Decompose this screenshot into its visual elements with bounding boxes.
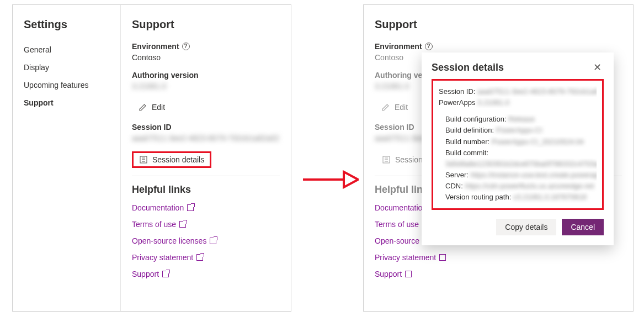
- dialog-title: Session details: [432, 62, 504, 73]
- session-id-section: Session ID aaa07511-3ee2-4823-8079-792cb…: [132, 123, 280, 168]
- link-support[interactable]: Support: [132, 270, 280, 278]
- environment-label: Environment: [375, 42, 422, 51]
- edit-button[interactable]: Edit: [375, 99, 414, 115]
- detail-build-def-label: Build definition:: [445, 126, 494, 134]
- session-details-dialog: Session details ✕ Session ID: aaa07511-3…: [422, 52, 614, 245]
- sidebar-item-display[interactable]: Display: [24, 59, 120, 76]
- detail-build-def-value: PowerApps-CI: [496, 126, 542, 134]
- help-icon[interactable]: ?: [182, 43, 190, 50]
- external-link-icon: [439, 254, 446, 261]
- svg-marker-5: [344, 172, 358, 187]
- session-details-box: Session ID: aaa07511-3ee2-4823-8079-792c…: [432, 79, 604, 210]
- detail-server-value: https://instance-usw.test.create.powerap…: [471, 171, 597, 179]
- edit-button[interactable]: Edit: [132, 99, 172, 115]
- external-link-icon: [405, 271, 412, 277]
- copy-details-button[interactable]: Copy details: [496, 219, 556, 235]
- session-details-button[interactable]: Session details: [132, 151, 211, 168]
- close-icon[interactable]: ✕: [591, 61, 604, 73]
- detail-build-commit-label: Build commit:: [445, 149, 488, 157]
- detail-build-num-label: Build number:: [445, 138, 489, 146]
- helpful-links-title: Helpful links: [132, 184, 280, 196]
- detail-session-id-label: Session ID:: [439, 87, 475, 96]
- external-link-icon: [187, 204, 194, 211]
- support-content: Support Environment ? Contoso Authoring …: [121, 5, 291, 311]
- sidebar-item-support[interactable]: Support: [24, 94, 120, 112]
- environment-label: Environment: [132, 42, 179, 51]
- session-id-value: aaa07511-3ee2-4823-8079-792cb1a82a02: [132, 134, 280, 143]
- detail-server-label: Server:: [445, 171, 469, 179]
- authoring-section: Authoring version 3.21061.0 Edit: [132, 71, 280, 115]
- link-documentation[interactable]: Documentation: [132, 203, 280, 212]
- edit-label: Edit: [395, 103, 408, 112]
- link-privacy-statement[interactable]: Privacy statement: [375, 253, 622, 262]
- link-terms-of-use[interactable]: Terms of use: [132, 220, 280, 229]
- sidebar-item-general[interactable]: General: [24, 41, 120, 59]
- pencil-icon: [139, 103, 147, 112]
- pencil-icon: [381, 103, 390, 112]
- external-link-icon: [162, 271, 169, 277]
- detail-cdn-value: https://cdn-powerflucts.us.azureedge.net: [465, 182, 594, 190]
- helpful-links-section: Helpful links Documentation Terms of use…: [132, 184, 280, 278]
- support-title: Support: [132, 18, 280, 31]
- environment-section: Environment ? Contoso: [132, 42, 280, 62]
- link-privacy-statement[interactable]: Privacy statement: [132, 253, 280, 262]
- detail-session-id-value: aaa07511-3ee2-4823-8079-792cb1a82a0: [477, 87, 597, 96]
- authoring-version-label: Authoring version: [132, 71, 199, 80]
- detail-build-num-value: PowerApps-CI_20210524.04: [492, 138, 584, 146]
- external-link-icon: [179, 221, 186, 228]
- sidebar-item-upcoming-features[interactable]: Upcoming features: [24, 76, 120, 94]
- detail-build-config-label: Build configuration:: [445, 115, 507, 123]
- session-id-label: Session ID: [375, 123, 414, 131]
- authoring-version-label: Authoring ver: [375, 71, 425, 80]
- environment-value: Contoso: [132, 53, 280, 62]
- session-details-icon: [382, 155, 391, 164]
- detail-routing-label: Version routing path:: [445, 193, 511, 201]
- link-support[interactable]: Support: [375, 270, 622, 278]
- detail-build-commit-value: 3d0d9a6e1230391b2dce870ba0f786332c4703aa…: [445, 160, 597, 168]
- detail-routing-value: v3.21061.0.187670618: [513, 193, 587, 201]
- session-details-label: Session details: [152, 155, 204, 164]
- help-icon[interactable]: ?: [425, 43, 433, 50]
- link-open-source-licenses[interactable]: Open-source licenses: [132, 236, 280, 245]
- settings-panel-left: Settings General Display Upcoming featur…: [12, 4, 291, 312]
- external-link-icon: [210, 238, 216, 244]
- settings-title: Settings: [24, 18, 120, 31]
- support-title: Support: [375, 18, 622, 31]
- settings-sidebar: Settings General Display Upcoming featur…: [13, 5, 121, 311]
- edit-label: Edit: [152, 103, 165, 112]
- authoring-version-value: 3.21061.0: [132, 82, 280, 91]
- detail-powerapps-label: PowerApps: [439, 98, 475, 107]
- detail-powerapps-value: 3.21061.0: [477, 98, 509, 107]
- session-id-label: Session ID: [132, 123, 172, 131]
- detail-cdn-label: CDN:: [445, 182, 463, 190]
- detail-build-config-value: Release: [508, 115, 535, 123]
- divider: [132, 176, 280, 176]
- session-details-icon: [139, 155, 148, 164]
- cancel-button[interactable]: Cancel: [562, 219, 604, 235]
- external-link-icon: [196, 254, 203, 261]
- arrow-icon: [301, 168, 359, 191]
